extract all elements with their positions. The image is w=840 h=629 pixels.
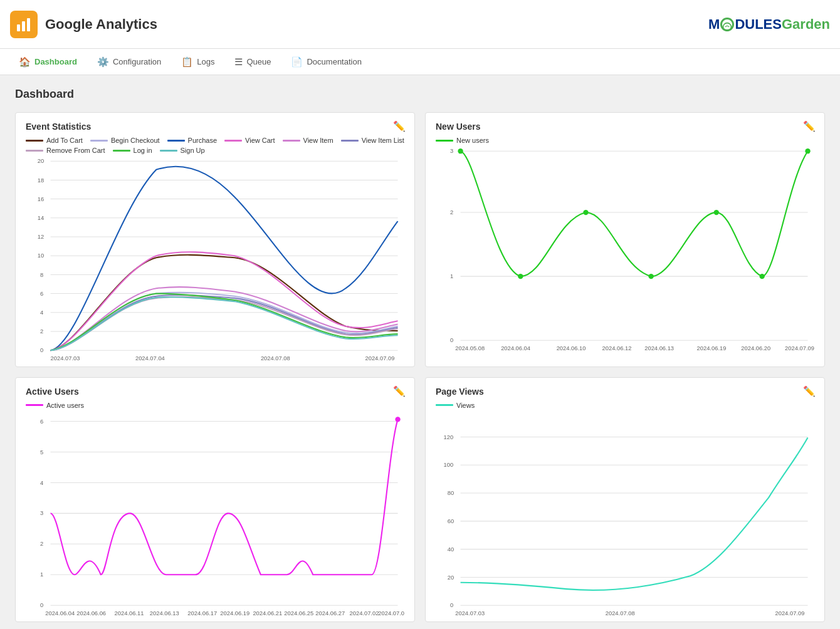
svg-text:6: 6	[40, 291, 43, 297]
page-views-edit-btn[interactable]: ✏️	[803, 385, 816, 397]
svg-text:18: 18	[38, 177, 44, 184]
svg-text:2: 2	[40, 328, 43, 335]
svg-text:2024.06.20: 2024.06.20	[741, 345, 770, 350]
nav-queue[interactable]: ☰ Queue	[226, 51, 280, 73]
svg-text:3: 3	[40, 510, 43, 516]
gear-icon: ⚙️	[97, 56, 109, 68]
dashboard-grid: Event Statistics ✏️ Add To Cart Begin Ch…	[15, 112, 825, 622]
svg-text:10: 10	[38, 252, 44, 259]
docs-icon: 📄	[291, 56, 303, 68]
svg-text:20: 20	[448, 574, 454, 580]
legend-purchase: Purchase	[167, 137, 217, 144]
active-users-chart: 0 1 2 3 4 5 6 2024.06.04	[26, 413, 404, 615]
svg-text:2024.06.04: 2024.06.04	[45, 610, 75, 615]
svg-text:1: 1	[450, 273, 453, 279]
svg-text:2024.06.19: 2024.06.19	[220, 610, 249, 615]
svg-text:0: 0	[40, 602, 43, 608]
svg-point-3	[723, 23, 732, 31]
svg-text:2024.06.13: 2024.06.13	[644, 345, 674, 350]
svg-text:6: 6	[40, 418, 43, 424]
svg-text:1: 1	[40, 571, 43, 578]
new-users-card: New Users ✏️ New users 0 1 2 3	[425, 112, 825, 367]
svg-text:2024.06.11: 2024.06.11	[115, 610, 144, 615]
nav-documentation-label: Documentation	[307, 57, 361, 66]
legend-begin-checkout: Begin Checkout	[90, 137, 160, 144]
svg-point-49	[648, 274, 653, 279]
event-statistics-edit-btn[interactable]: ✏️	[393, 120, 406, 132]
svg-text:0: 0	[40, 347, 43, 353]
event-statistics-title: Event Statistics	[26, 122, 404, 132]
nav-dashboard[interactable]: 🏠 Dashboard	[10, 51, 86, 73]
svg-rect-0	[17, 24, 20, 31]
svg-text:2024.07.08: 2024.07.08	[261, 355, 290, 360]
svg-text:2024.06.19: 2024.06.19	[697, 345, 727, 350]
svg-text:3: 3	[450, 148, 453, 154]
svg-text:60: 60	[448, 518, 454, 524]
svg-text:2024.06.12: 2024.06.12	[602, 345, 632, 350]
legend-add-to-cart: Add To Cart	[26, 137, 83, 144]
app-title: Google Analytics	[45, 16, 157, 33]
svg-text:20: 20	[38, 158, 44, 164]
nav-queue-label: Queue	[246, 57, 271, 66]
nav-logs-label: Logs	[197, 57, 214, 66]
svg-text:2024.06.10: 2024.06.10	[557, 345, 586, 350]
page-content: Dashboard Event Statistics ✏️ Add To Car…	[0, 75, 840, 629]
legend-new-users: New users	[436, 137, 489, 144]
page-views-chart: 0 20 40 60 80 100 120 2024.07	[436, 413, 814, 615]
legend-sign-up: Sign Up	[160, 147, 205, 154]
nav-documentation[interactable]: 📄 Documentation	[282, 51, 370, 73]
svg-text:2024.06.06: 2024.06.06	[76, 610, 106, 615]
header: Google Analytics M DULESGarden	[0, 0, 840, 49]
new-users-edit-btn[interactable]: ✏️	[803, 120, 816, 132]
svg-text:2024.07.02: 2024.07.02	[350, 610, 379, 615]
svg-text:2024.05.08: 2024.05.08	[455, 345, 485, 350]
svg-text:2024.06.27: 2024.06.27	[315, 610, 345, 615]
svg-text:0: 0	[450, 337, 453, 343]
svg-text:2024.06.25: 2024.06.25	[284, 610, 313, 615]
legend-view-cart: View Cart	[224, 137, 275, 144]
svg-point-50	[714, 210, 719, 215]
svg-text:2024.07.04: 2024.07.04	[135, 355, 165, 360]
active-users-title: Active Users	[26, 387, 404, 397]
svg-text:2024.06.21: 2024.06.21	[253, 610, 282, 615]
home-icon: 🏠	[19, 56, 31, 68]
svg-text:2024.06.13: 2024.06.13	[150, 610, 179, 615]
svg-text:8: 8	[40, 272, 43, 278]
active-users-card: Active Users ✏️ Active users 0 1 2 3 4 5…	[15, 377, 415, 622]
legend-views: Views	[436, 402, 475, 409]
page-title: Dashboard	[15, 88, 825, 101]
new-users-title: New Users	[436, 122, 814, 132]
brand-accent: Garden	[782, 16, 830, 32]
nav-logs[interactable]: 📋 Logs	[172, 51, 223, 73]
svg-text:2024.06.17: 2024.06.17	[187, 610, 217, 615]
page-views-legend: Views	[436, 402, 814, 409]
svg-point-47	[518, 274, 523, 279]
new-users-legend: New users	[436, 137, 814, 144]
legend-view-item-list: View Item List	[341, 137, 404, 144]
svg-point-78	[395, 417, 400, 422]
svg-text:2024.07.03: 2024.07.03	[455, 610, 485, 615]
nav-configuration[interactable]: ⚙️ Configuration	[88, 51, 170, 73]
logo-area: Google Analytics	[10, 11, 157, 38]
svg-point-52	[805, 148, 810, 153]
svg-text:5: 5	[40, 449, 43, 455]
main-nav: 🏠 Dashboard ⚙️ Configuration 📋 Logs ☰ Qu…	[0, 49, 840, 75]
event-statistics-legend: Add To Cart Begin Checkout Purchase View…	[26, 137, 404, 154]
svg-point-51	[760, 274, 765, 279]
svg-text:2024.07.09: 2024.07.09	[378, 610, 404, 615]
new-users-chart: 0 1 2 3 2024.05.08 2024.06.04 2024.06.10…	[436, 148, 814, 350]
brand-logo: M DULESGarden	[708, 16, 830, 33]
svg-text:16: 16	[38, 196, 44, 202]
svg-rect-1	[22, 21, 25, 31]
svg-text:2024.07.09: 2024.07.09	[785, 345, 814, 350]
svg-point-46	[458, 148, 463, 153]
svg-text:2: 2	[40, 541, 43, 547]
svg-text:40: 40	[448, 546, 454, 553]
active-users-edit-btn[interactable]: ✏️	[393, 385, 406, 397]
legend-active-users: Active users	[26, 402, 84, 409]
page-views-card: Page Views ✏️ Views 0 20 40 60 80 100 12…	[425, 377, 825, 622]
queue-icon: ☰	[234, 56, 243, 68]
event-statistics-chart: 0 2 4 6 8 10 12 14 16 18 20	[26, 158, 404, 360]
legend-remove-from-cart: Remove From Cart	[26, 147, 105, 154]
active-users-legend: Active users	[26, 402, 404, 409]
